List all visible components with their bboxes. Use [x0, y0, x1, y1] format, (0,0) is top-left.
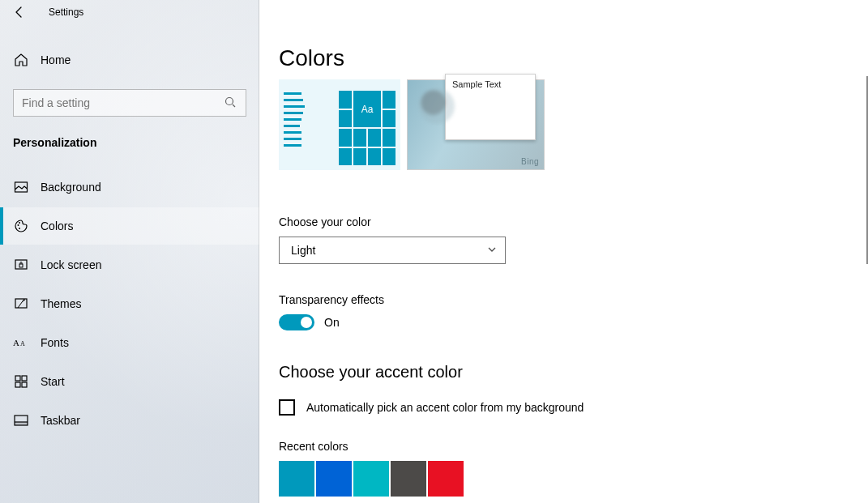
preview-window: Sample Text: [445, 74, 536, 140]
taskbar-icon: [13, 412, 29, 428]
search-wrap: [13, 89, 246, 117]
recent-color-swatch[interactable]: [391, 461, 426, 497]
recent-color-swatch[interactable]: [279, 461, 314, 497]
arrow-left-icon: [13, 6, 26, 19]
preview-sample-text: Sample Text: [452, 79, 501, 89]
svg-rect-13: [15, 382, 20, 387]
transparency-state: On: [324, 316, 340, 329]
preview-tile-text: Aa: [361, 104, 374, 115]
recent-color-swatch[interactable]: [353, 461, 389, 497]
sidebar-label: Start: [41, 375, 65, 388]
sidebar-item-lockscreen[interactable]: Lock screen: [0, 246, 259, 283]
main-content: Colors Aa Sample Text Bing Choose your c…: [259, 0, 868, 503]
choose-color-label: Choose your color: [279, 215, 849, 228]
search-input[interactable]: [13, 89, 246, 117]
recent-colors-label: Recent colors: [279, 440, 849, 453]
auto-accent-row[interactable]: Automatically pick an accent color from …: [279, 399, 849, 416]
color-preview: Aa Sample Text Bing: [279, 79, 545, 170]
window-title: Settings: [49, 6, 83, 18]
choose-color-dropdown[interactable]: Light: [279, 237, 506, 264]
titlebar: Settings: [0, 0, 868, 24]
home-icon: [13, 52, 29, 68]
start-icon: [13, 373, 29, 390]
transparency-row: On: [279, 314, 849, 330]
transparency-label: Transparency effects: [279, 293, 849, 306]
auto-accent-label: Automatically pick an accent color from …: [306, 401, 584, 414]
svg-rect-7: [19, 264, 23, 267]
sidebar-label: Taskbar: [41, 414, 80, 427]
svg-rect-12: [22, 376, 27, 381]
svg-rect-14: [22, 382, 27, 387]
sidebar-label: Lock screen: [41, 258, 101, 271]
sidebar-item-taskbar[interactable]: Taskbar: [0, 402, 259, 439]
sidebar-label: Colors: [41, 220, 73, 232]
svg-point-5: [19, 228, 20, 229]
sidebar-item-themes[interactable]: Themes: [0, 285, 259, 322]
sidebar: Home Personalization Background Colors L…: [0, 0, 259, 503]
sidebar-nav: Background Colors Lock screen Themes AA …: [0, 168, 259, 439]
choose-color-value: Light: [291, 244, 315, 257]
lockscreen-icon: [13, 257, 29, 273]
sidebar-item-start[interactable]: Start: [0, 363, 259, 400]
preview-big-tile: Aa: [353, 91, 381, 127]
sidebar-item-fonts[interactable]: AA Fonts: [0, 324, 259, 361]
preview-desktop: Sample Text Bing: [407, 79, 545, 170]
sidebar-label: Themes: [41, 297, 82, 310]
palette-icon: [13, 218, 29, 234]
chevron-down-icon: [487, 244, 497, 257]
sidebar-item-colors[interactable]: Colors: [0, 207, 259, 245]
accent-heading: Choose your accent color: [279, 363, 849, 382]
back-button[interactable]: [0, 0, 39, 24]
sidebar-label: Fonts: [41, 336, 69, 349]
recent-color-swatch[interactable]: [428, 461, 464, 497]
fonts-icon: AA: [13, 335, 29, 351]
themes-icon: [13, 296, 29, 312]
svg-rect-11: [15, 376, 20, 381]
svg-point-3: [18, 224, 19, 226]
sidebar-section-label: Personalization: [0, 125, 259, 160]
sidebar-home-label: Home: [41, 53, 71, 66]
auto-accent-checkbox[interactable]: [279, 399, 295, 416]
recent-color-swatch[interactable]: [316, 461, 352, 497]
bing-watermark: Bing: [521, 157, 539, 166]
svg-text:A: A: [20, 340, 25, 347]
sidebar-item-background[interactable]: Background: [0, 168, 259, 206]
recent-colors: [279, 461, 849, 497]
sidebar-home[interactable]: Home: [0, 42, 259, 78]
background-icon: [13, 179, 29, 195]
sidebar-label: Background: [41, 181, 101, 194]
svg-point-4: [19, 222, 20, 224]
page-title: Colors: [279, 45, 849, 71]
svg-text:A: A: [13, 338, 19, 347]
preview-start-tile: Aa: [279, 79, 400, 170]
transparency-toggle[interactable]: [279, 314, 314, 330]
